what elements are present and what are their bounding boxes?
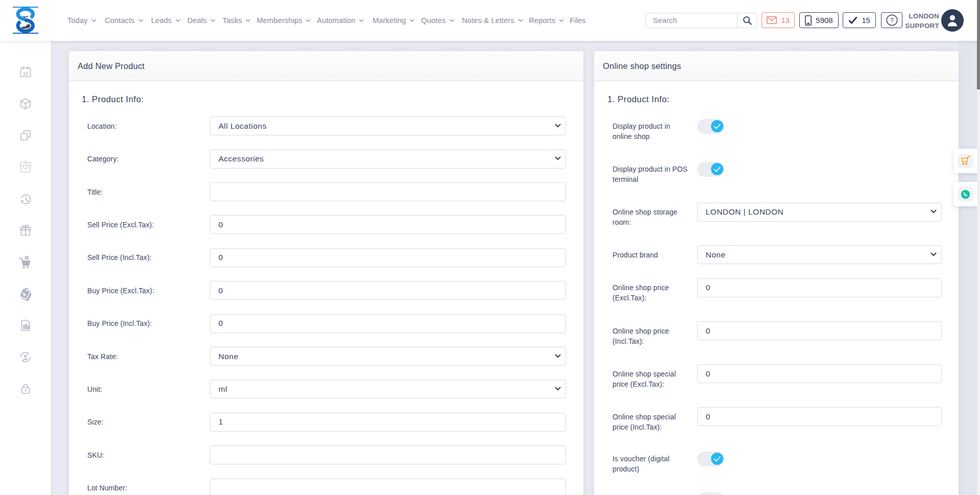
svg-text:12: 12: [23, 70, 29, 76]
